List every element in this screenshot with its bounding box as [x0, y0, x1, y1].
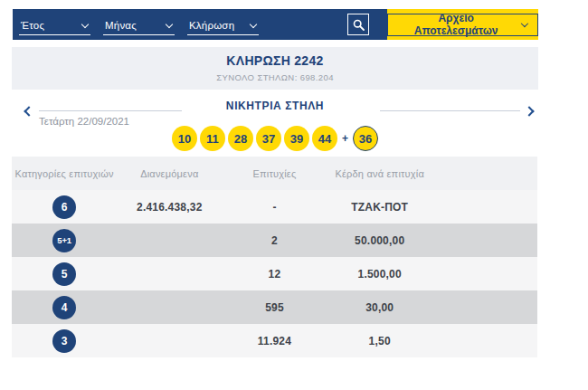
hits-value: -	[222, 201, 327, 214]
winning-number-ball: 28	[228, 126, 253, 151]
table-row: 5 12 1.500,00	[12, 257, 537, 290]
table-row: 4 595 30,00	[12, 290, 537, 324]
hits-value: 2	[222, 234, 327, 247]
year-dropdown[interactable]: Έτος	[19, 20, 90, 35]
column-header-categories: Κατηγορίες επιτυχιών	[12, 168, 117, 179]
hits-value: 12	[222, 268, 327, 281]
tier-badge: 6	[52, 195, 76, 219]
winning-column-title: ΝΙΚΗΤΡΙΑ ΣΤΗΛΗ	[12, 100, 538, 112]
filter-bar-blue: Έτος Μήνας Κλήρωση	[13, 9, 387, 40]
winning-number-ball: 10	[172, 126, 197, 151]
winning-number-ball: 44	[312, 126, 337, 151]
results-page: Έτος Μήνας Κλήρωση Αρχείο Αποτελεσμάτων	[0, 0, 588, 390]
results-archive-label: Αρχείο Αποτελεσμάτων	[398, 12, 514, 37]
prize-table-header: Κατηγορίες επιτυχιών Διανεμόμενα Επιτυχί…	[12, 157, 537, 190]
plus-sign: +	[342, 132, 348, 145]
tier-badge: 5	[52, 262, 76, 286]
column-header-hits: Επιτυχίες	[222, 168, 327, 179]
draw-dropdown[interactable]: Κλήρωση	[187, 20, 259, 35]
column-header-distributed: Διανεμόμενα	[117, 168, 222, 179]
winnings-value: 1,50	[327, 335, 432, 347]
draw-columns-total: ΣΥΝΟΛΟ ΣΤΗΛΩΝ: 698.204	[12, 72, 538, 82]
winning-number-ball: 39	[284, 126, 309, 151]
tier-badge: 3	[52, 329, 76, 353]
joker-number-ball: 36	[353, 126, 378, 151]
column-header-winnings: Κέρδη ανά επιτυχία	[327, 168, 432, 179]
draw-title-block: ΚΛΗΡΩΣΗ 2242 ΣΥΝΟΛΟ ΣΤΗΛΩΝ: 698.204	[12, 47, 538, 82]
winnings-value: 50.000,00	[327, 234, 432, 247]
draw-header: Τετάρτη 22/09/2021 ΚΛΗΡΩΣΗ 2242 ΣΥΝΟΛΟ Σ…	[12, 47, 538, 90]
chevron-down-icon	[81, 20, 89, 27]
table-row: 3 11.924 1,50	[12, 324, 537, 357]
month-dropdown-label: Μήνας	[105, 20, 137, 31]
month-dropdown[interactable]: Μήνας	[103, 20, 175, 35]
search-icon	[353, 19, 365, 31]
winning-numbers: 10 11 28 37 39 44 + 36	[12, 126, 538, 151]
winnings-value: ΤΖΑΚ-ΠΟΤ	[327, 201, 432, 214]
table-row: 5+1 2 50.000,00	[12, 224, 537, 257]
winning-number-ball: 37	[256, 126, 281, 151]
winnings-value: 30,00	[327, 301, 432, 314]
prize-table: Κατηγορίες επιτυχιών Διανεμόμενα Επιτυχί…	[12, 157, 537, 357]
draw-title: ΚΛΗΡΩΣΗ 2242	[12, 53, 538, 68]
table-row: 6 2.416.438,32 - ΤΖΑΚ-ΠΟΤ	[12, 190, 537, 224]
tier-badge: 4	[52, 296, 76, 319]
chevron-down-icon	[166, 20, 173, 27]
distributed-value: 2.416.438,32	[117, 201, 222, 214]
winning-number-ball: 11	[200, 126, 225, 151]
winnings-value: 1.500,00	[327, 268, 432, 281]
year-dropdown-label: Έτος	[21, 20, 44, 31]
chevron-down-icon	[250, 20, 257, 27]
chevron-down-icon	[521, 19, 528, 26]
search-button[interactable]	[347, 14, 369, 35]
hits-value: 595	[222, 301, 327, 314]
results-archive-button[interactable]: Αρχείο Αποτελεσμάτων	[387, 14, 538, 36]
tier-badge: 5+1	[52, 229, 76, 252]
hits-value: 11.924	[222, 335, 327, 347]
archive-section: Αρχείο Αποτελεσμάτων	[387, 9, 538, 40]
draw-dropdown-label: Κλήρωση	[189, 20, 234, 31]
filter-bar: Έτος Μήνας Κλήρωση Αρχείο Αποτελεσμάτων	[13, 9, 538, 40]
